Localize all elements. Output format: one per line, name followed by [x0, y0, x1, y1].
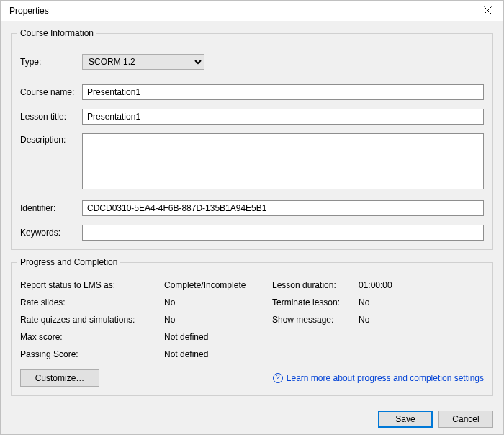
dialog-content: Course Information Type: SCORM 1.2 Cours…: [1, 21, 503, 403]
rate-slides-label: Rate slides:: [20, 297, 164, 308]
terminate-lesson-label: Terminate lesson:: [272, 297, 359, 308]
course-information-group: Course Information Type: SCORM 1.2 Cours…: [11, 28, 493, 250]
type-row: Type: SCORM 1.2: [20, 54, 484, 70]
identifier-label: Identifier:: [20, 203, 82, 213]
progress-grid: Report status to LMS as: Complete/Incomp…: [20, 280, 484, 359]
dialog-button-bar: Save Cancel: [1, 403, 503, 434]
close-button[interactable]: [473, 0, 502, 21]
customize-button[interactable]: Customize…: [20, 369, 99, 387]
learn-more-link[interactable]: ? Learn more about progress and completi…: [273, 373, 484, 383]
save-button[interactable]: Save: [378, 411, 433, 428]
lesson-title-label: Lesson title:: [20, 112, 82, 122]
max-score-value: Not defined: [164, 332, 272, 342]
passing-score-label: Passing Score:: [20, 349, 164, 359]
report-status-value: Complete/Incomplete: [164, 280, 272, 290]
identifier-input[interactable]: [82, 200, 484, 216]
keywords-label: Keywords:: [20, 228, 82, 238]
description-row: Description:: [20, 133, 484, 192]
description-label: Description:: [20, 133, 82, 145]
rate-slides-value: No: [164, 297, 272, 308]
description-textarea[interactable]: [82, 133, 484, 189]
identifier-row: Identifier:: [20, 200, 484, 216]
cancel-button[interactable]: Cancel: [438, 411, 493, 428]
progress-completion-legend: Progress and Completion: [17, 257, 120, 267]
close-icon: [484, 6, 492, 14]
keywords-input[interactable]: [82, 225, 484, 241]
course-name-input[interactable]: [82, 84, 484, 100]
keywords-row: Keywords:: [20, 225, 484, 241]
progress-completion-group: Progress and Completion Report status to…: [11, 257, 493, 396]
max-score-label: Max score:: [20, 332, 164, 342]
rate-quizzes-label: Rate quizzes and simulations:: [20, 315, 164, 325]
window-title: Properties: [9, 6, 473, 16]
terminate-lesson-value: No: [359, 297, 431, 308]
show-message-value: No: [359, 315, 431, 325]
lesson-title-input[interactable]: [82, 109, 484, 125]
show-message-label: Show message:: [272, 315, 359, 325]
passing-score-value: Not defined: [164, 349, 272, 359]
lesson-duration-label: Lesson duration:: [272, 280, 359, 290]
course-name-label: Course name:: [20, 87, 82, 97]
properties-dialog: Properties Course Information Type: SCOR…: [0, 0, 504, 435]
type-label: Type:: [20, 57, 82, 67]
report-status-label: Report status to LMS as:: [20, 280, 164, 290]
type-select[interactable]: SCORM 1.2: [82, 54, 204, 70]
course-information-legend: Course Information: [17, 28, 96, 38]
progress-footer: Customize… ? Learn more about progress a…: [20, 369, 484, 387]
help-icon: ?: [273, 373, 283, 383]
lesson-duration-value: 01:00:00: [359, 280, 431, 290]
rate-quizzes-value: No: [164, 315, 272, 325]
learn-more-text: Learn more about progress and completion…: [287, 373, 484, 383]
course-name-row: Course name:: [20, 84, 484, 100]
titlebar: Properties: [1, 1, 503, 21]
lesson-title-row: Lesson title:: [20, 109, 484, 125]
